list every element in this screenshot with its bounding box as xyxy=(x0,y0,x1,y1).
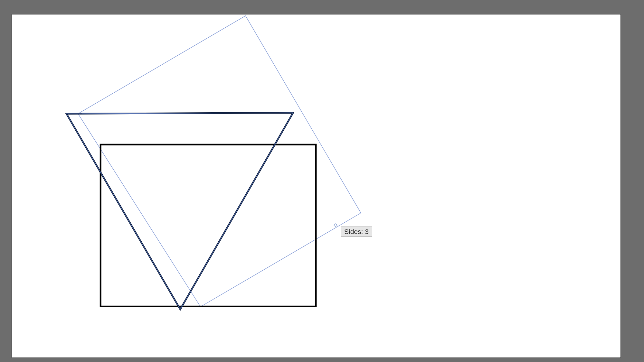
canvas-area[interactable]: Sides: 3 xyxy=(12,14,621,358)
rectangle-shape[interactable] xyxy=(100,144,316,306)
bounding-box-preview xyxy=(78,16,361,307)
tooltip-label: Sides: 3 xyxy=(344,228,369,235)
drawing-surface[interactable] xyxy=(12,14,620,357)
sides-tooltip: Sides: 3 xyxy=(341,227,372,237)
